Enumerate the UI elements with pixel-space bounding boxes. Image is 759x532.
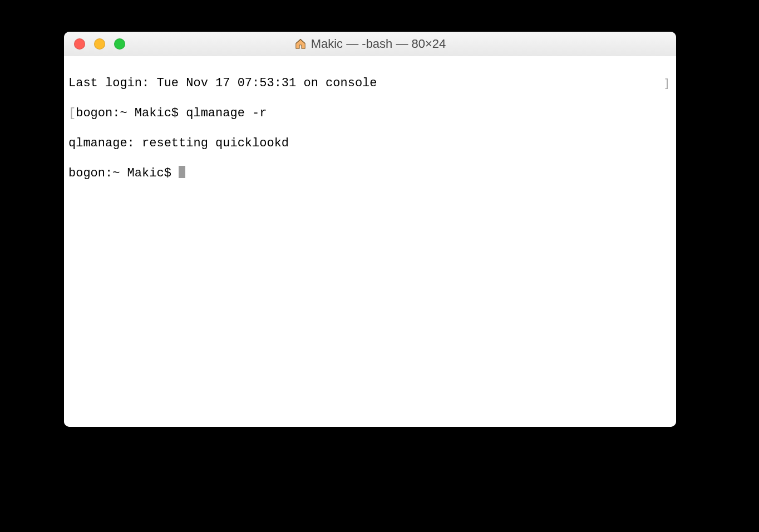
close-button[interactable] xyxy=(74,38,85,50)
cursor-block xyxy=(179,166,185,178)
bracket-close: ] xyxy=(663,76,671,91)
window-title-wrap: Makic — -bash — 80×24 xyxy=(64,37,676,51)
prompt: bogon:~ Makic$ xyxy=(76,106,186,120)
bracket-open: [ xyxy=(68,106,76,120)
command-text: qlmanage -r xyxy=(186,106,267,120)
traffic-lights xyxy=(64,38,125,50)
terminal-line: qlmanage: resetting quicklookd xyxy=(68,136,672,151)
terminal-line: [bogon:~ Makic$ qlmanage -r xyxy=(68,106,672,121)
terminal-text[interactable]: Last login: Tue Nov 17 07:53:31 on conso… xyxy=(64,56,676,226)
terminal-line: bogon:~ Makic$ xyxy=(68,166,672,181)
prompt: bogon:~ Makic$ xyxy=(68,166,179,180)
terminal-content[interactable]: Last login: Tue Nov 17 07:53:31 on conso… xyxy=(64,56,676,427)
terminal-window: Makic — -bash — 80×24 Last login: Tue No… xyxy=(64,32,676,427)
home-icon xyxy=(294,38,307,50)
minimize-button[interactable] xyxy=(94,38,105,50)
window-title: Makic — -bash — 80×24 xyxy=(311,37,446,51)
zoom-button[interactable] xyxy=(114,38,125,50)
titlebar[interactable]: Makic — -bash — 80×24 xyxy=(64,32,676,57)
terminal-line: Last login: Tue Nov 17 07:53:31 on conso… xyxy=(68,76,672,91)
